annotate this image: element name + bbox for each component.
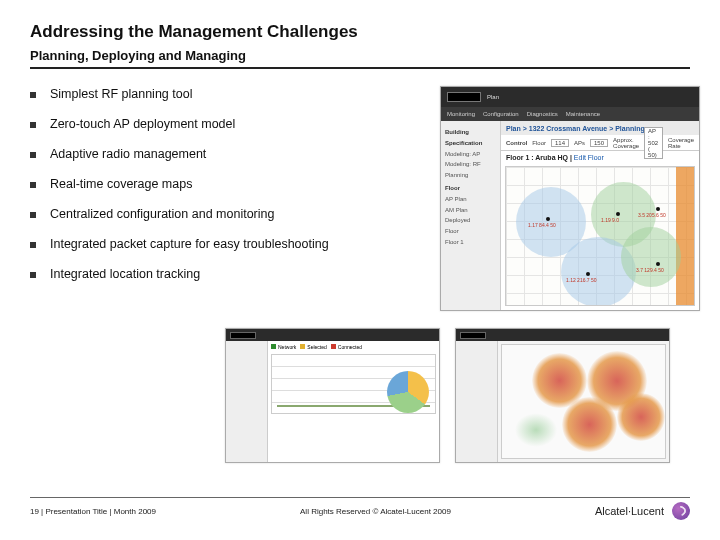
ap-marker-icon bbox=[656, 262, 660, 266]
screenshot-monitoring: Network Selected Connected bbox=[225, 328, 440, 463]
nav-tab: Configuration bbox=[483, 111, 519, 117]
sidebar-item: Floor bbox=[445, 226, 496, 237]
alcatel-logo-icon bbox=[230, 332, 256, 339]
nav-tab: Monitoring bbox=[447, 111, 475, 117]
bullet-text: Integrated location tracking bbox=[50, 267, 200, 281]
monitoring-panel: Network Selected Connected bbox=[268, 341, 439, 462]
status-label: Network bbox=[278, 344, 296, 350]
alcatel-lucent-logo-icon bbox=[672, 502, 690, 520]
nav-tab: Diagnostics bbox=[527, 111, 558, 117]
footer-brand: Alcatel·Lucent bbox=[595, 505, 664, 517]
sidebar-item: AM Plan bbox=[445, 205, 496, 216]
floor-name: Floor 1 : Aruba HQ | bbox=[506, 154, 572, 161]
bullet-text: Adaptive radio management bbox=[50, 147, 206, 161]
heatmap-hotspot-icon bbox=[562, 397, 617, 452]
floorplan-canvas: 1.17 84.4 50 1.19 9.0 3.5 205.6 50 1.12 … bbox=[505, 166, 695, 306]
footer-copyright: All Rights Reserved © Alcatel-Lucent 200… bbox=[300, 507, 451, 516]
bullet-icon bbox=[30, 92, 36, 98]
coverage-label: Approx. Coverage bbox=[613, 137, 639, 149]
screenshot-titlebar bbox=[456, 329, 669, 341]
bullet-icon bbox=[30, 152, 36, 158]
ap-marker-icon bbox=[616, 212, 620, 216]
status-dot-icon bbox=[331, 344, 336, 349]
sidebar-item: AP Plan bbox=[445, 194, 496, 205]
coverage-map bbox=[501, 344, 666, 459]
bullet-text: Simplest RF planning tool bbox=[50, 87, 192, 101]
bullet-icon bbox=[30, 122, 36, 128]
sidebar-item: Modeling: AP bbox=[445, 149, 496, 160]
bullet-text: Real-time coverage maps bbox=[50, 177, 192, 191]
screenshot-tab: Plan bbox=[487, 94, 499, 100]
floorplan-title: Floor 1 : Aruba HQ | Edit Floor bbox=[501, 151, 699, 164]
status-dot-icon bbox=[271, 344, 276, 349]
screenshot-titlebar: Plan bbox=[441, 87, 699, 107]
status-label: Connected bbox=[338, 344, 362, 350]
sidebar-item: Planning bbox=[445, 170, 496, 181]
bullet-text: Zero-touch AP deployment model bbox=[50, 117, 235, 131]
ap-marker-icon bbox=[656, 207, 660, 211]
bullet-text: Centralized configuration and monitoring bbox=[50, 207, 274, 221]
breadcrumb: Plan > 1322 Crossman Avenue > Planning bbox=[501, 121, 699, 135]
alcatel-logo-icon bbox=[460, 332, 486, 339]
control-label: Control bbox=[506, 140, 527, 146]
screenshot-heatmap bbox=[455, 328, 670, 463]
bullet-text: Integrated packet capture for easy troub… bbox=[50, 237, 329, 251]
screenshot-sidebar: Building Specification Modeling: AP Mode… bbox=[441, 121, 501, 310]
title-divider bbox=[30, 67, 690, 69]
screenshot-sidebar bbox=[226, 341, 268, 462]
sidebar-item: Deployed bbox=[445, 215, 496, 226]
screenshot-navbar: Monitoring Configuration Diagnostics Mai… bbox=[441, 107, 699, 121]
screenshot-titlebar bbox=[226, 329, 439, 341]
sidebar-heading: Building Specification bbox=[445, 127, 496, 149]
status-label: Selected bbox=[307, 344, 326, 350]
aps-value: 150 bbox=[590, 139, 608, 147]
screenshot-planning-tool: Plan Monitoring Configuration Diagnostic… bbox=[440, 86, 700, 311]
slide-subtitle: Planning, Deploying and Managing bbox=[30, 48, 690, 63]
edit-floor-link: Edit Floor bbox=[574, 154, 604, 161]
aps-label: APs bbox=[574, 140, 585, 146]
floor-value: 114 bbox=[551, 139, 569, 147]
bullet-icon bbox=[30, 182, 36, 188]
ap-marker-icon bbox=[586, 272, 590, 276]
sidebar-heading: Floor bbox=[445, 183, 496, 194]
bullet-icon bbox=[30, 272, 36, 278]
bullet-icon bbox=[30, 212, 36, 218]
footer-divider bbox=[30, 497, 690, 498]
rate-label: Coverage Rate bbox=[668, 137, 694, 149]
heatmap-blob-icon bbox=[621, 227, 681, 287]
ap-marker-icon bbox=[546, 217, 550, 221]
alcatel-logo-icon bbox=[447, 92, 481, 102]
ap-label: 1.19 9.0 bbox=[601, 217, 619, 223]
ap-label: 3.7 129.4 50 bbox=[636, 267, 664, 273]
ap-label: 3.5 205.6 50 bbox=[638, 212, 666, 218]
sidebar-item: Floor 1 bbox=[445, 237, 496, 248]
slide-title: Addressing the Management Challenges bbox=[30, 22, 690, 42]
status-dot-icon bbox=[300, 344, 305, 349]
pie-chart-icon bbox=[387, 371, 429, 413]
heatmap-hotspot-icon bbox=[617, 393, 665, 441]
ap-label: 1.17 84.4 50 bbox=[528, 222, 556, 228]
coverage-band-icon bbox=[676, 167, 694, 305]
sidebar-item: Modeling: RF bbox=[445, 159, 496, 170]
footer-left: 19 | Presentation Title | Month 2009 bbox=[30, 507, 156, 516]
floor-label: Floor bbox=[532, 140, 546, 146]
plan-control-bar: Control Floor 114 APs 150 Approx. Covera… bbox=[501, 135, 699, 151]
nav-tab: Maintenance bbox=[566, 111, 600, 117]
ap-label: 1.12 216.7 50 bbox=[566, 277, 597, 283]
coverage-area-icon bbox=[506, 406, 566, 454]
screenshot-sidebar bbox=[456, 341, 498, 462]
bullet-icon bbox=[30, 242, 36, 248]
